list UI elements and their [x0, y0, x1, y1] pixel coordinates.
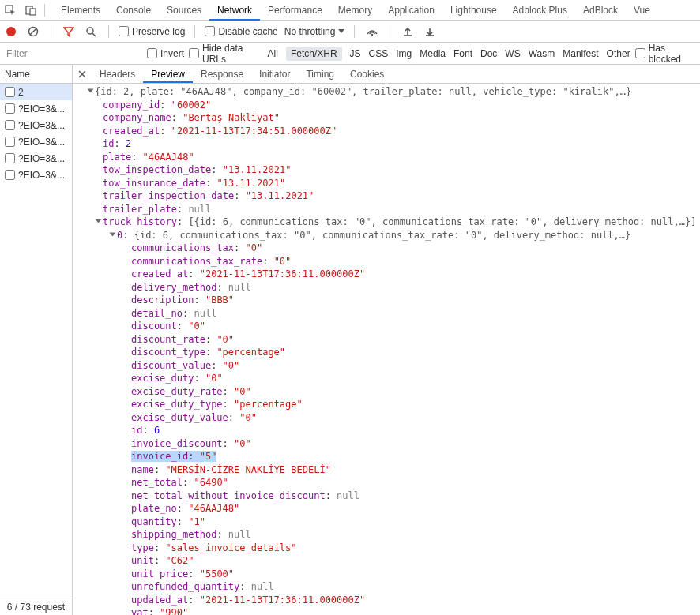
expand-toggle[interactable] — [88, 89, 94, 93]
request-item[interactable]: 2 — [0, 84, 72, 100]
invert-label: Invert — [160, 48, 184, 59]
request-item[interactable]: ?EIO=3&... — [0, 133, 72, 150]
filter-type-fetchxhr[interactable]: Fetch/XHR — [286, 47, 342, 61]
request-checkbox[interactable] — [5, 153, 15, 163]
devtools-top-tabs: ElementsConsoleSourcesNetworkPerformance… — [0, 0, 700, 21]
separator — [194, 25, 195, 38]
detail-tab-headers[interactable]: Headers — [92, 66, 143, 83]
top-tab-performance[interactable]: Performance — [260, 0, 330, 21]
top-tab-vue[interactable]: Vue — [626, 0, 658, 21]
request-list: 2?EIO=3&...?EIO=3&...?EIO=3&...?EIO=3&..… — [0, 84, 72, 598]
request-item[interactable]: ?EIO=3&... — [0, 100, 72, 117]
filter-type-doc[interactable]: Doc — [480, 48, 497, 59]
separator — [108, 25, 109, 38]
filter-bar: Invert Hide data URLs AllFetch/XHRJSCSSI… — [0, 43, 700, 65]
filter-type-wasm[interactable]: Wasm — [529, 48, 555, 59]
upload-har-icon[interactable] — [400, 24, 416, 39]
request-item[interactable]: ?EIO=3&... — [0, 117, 72, 133]
detail-tab-cookies[interactable]: Cookies — [342, 66, 392, 83]
separator — [390, 25, 390, 38]
request-item[interactable]: ?EIO=3&... — [0, 167, 72, 183]
status-bar: 6 / 73 request — [0, 598, 72, 615]
close-icon[interactable] — [73, 65, 92, 84]
detail-tab-initiator[interactable]: Initiator — [251, 66, 298, 83]
filter-input[interactable] — [5, 47, 126, 60]
filter-type-media[interactable]: Media — [420, 48, 446, 59]
throttling-label: No throttling — [284, 26, 336, 37]
has-blocked-checkbox[interactable]: Has blocked — [635, 43, 695, 65]
request-name: ?EIO=3&... — [18, 103, 65, 114]
request-name: ?EIO=3&... — [18, 170, 65, 181]
download-har-icon[interactable] — [422, 24, 438, 39]
disable-cache-checkbox[interactable]: Disable cache — [205, 26, 277, 37]
resource-type-filters: AllFetch/XHRJSCSSImgMediaFontDocWSWasmMa… — [268, 47, 630, 61]
main-area: Name 2?EIO=3&...?EIO=3&...?EIO=3&...?EIO… — [0, 65, 700, 615]
detail-panel: HeadersPreviewResponseInitiatorTimingCoo… — [73, 65, 700, 615]
detail-tabs: HeadersPreviewResponseInitiatorTimingCoo… — [73, 65, 700, 84]
filter-type-other[interactable]: Other — [607, 48, 630, 59]
svg-rect-2 — [30, 9, 36, 15]
request-checkbox[interactable] — [5, 137, 15, 147]
preserve-log-label: Preserve log — [132, 26, 185, 37]
filter-type-css[interactable]: CSS — [369, 48, 389, 59]
hide-data-urls-label: Hide data URLs — [202, 43, 263, 65]
svg-point-5 — [87, 28, 93, 34]
detail-tab-response[interactable]: Response — [193, 66, 251, 83]
svg-point-7 — [371, 33, 373, 35]
device-toggle-icon[interactable] — [21, 0, 41, 21]
filter-type-js[interactable]: JS — [350, 48, 361, 59]
preserve-log-checkbox[interactable]: Preserve log — [119, 26, 185, 37]
has-blocked-label: Has blocked — [649, 43, 695, 65]
request-checkbox[interactable] — [5, 170, 15, 180]
filter-type-font[interactable]: Font — [453, 48, 472, 59]
filter-type-all[interactable]: All — [268, 48, 278, 59]
filter-type-img[interactable]: Img — [396, 48, 412, 59]
inspect-icon[interactable] — [0, 0, 21, 21]
expand-toggle[interactable] — [110, 232, 116, 236]
top-tab-adblock[interactable]: AdBlock — [575, 0, 626, 21]
request-name: ?EIO=3&... — [18, 153, 65, 164]
top-tab-adblock-plus[interactable]: Adblock Plus — [505, 0, 575, 21]
separator — [44, 4, 45, 17]
top-tab-network[interactable]: Network — [209, 0, 260, 21]
request-item[interactable]: ?EIO=3&... — [0, 150, 72, 167]
json-preview[interactable]: {id: 2, plate: "46AAJ48", company_id: "6… — [73, 84, 700, 615]
expand-toggle[interactable] — [96, 219, 102, 223]
filter-toggle-icon[interactable] — [61, 24, 77, 39]
network-toolbar: Preserve log Disable cache No throttling — [0, 21, 700, 43]
search-icon[interactable] — [83, 24, 99, 39]
top-tab-console[interactable]: Console — [108, 0, 159, 21]
detail-tab-preview[interactable]: Preview — [143, 66, 193, 83]
request-checkbox[interactable] — [5, 103, 15, 114]
top-tab-lighthouse[interactable]: Lighthouse — [442, 0, 505, 21]
record-button[interactable] — [3, 24, 19, 39]
top-tab-sources[interactable]: Sources — [159, 0, 209, 21]
invert-checkbox[interactable]: Invert — [147, 48, 184, 59]
request-checkbox[interactable] — [5, 87, 15, 97]
disable-cache-label: Disable cache — [218, 26, 277, 37]
top-tab-application[interactable]: Application — [380, 0, 442, 21]
top-tab-memory[interactable]: Memory — [330, 0, 380, 21]
network-conditions-icon[interactable] — [364, 24, 380, 39]
detail-tab-timing[interactable]: Timing — [298, 66, 342, 83]
request-checkbox[interactable] — [5, 120, 15, 130]
filter-type-ws[interactable]: WS — [505, 48, 520, 59]
request-name: 2 — [18, 87, 24, 98]
chevron-down-icon — [338, 29, 344, 33]
filter-type-manifest[interactable]: Manifest — [563, 48, 598, 59]
request-list-panel: Name 2?EIO=3&...?EIO=3&...?EIO=3&...?EIO… — [0, 65, 73, 615]
top-tab-elements[interactable]: Elements — [53, 0, 108, 21]
request-list-header: Name — [0, 65, 72, 84]
request-name: ?EIO=3&... — [18, 137, 65, 148]
throttling-select[interactable]: No throttling — [284, 26, 345, 37]
separator — [354, 25, 355, 38]
clear-icon[interactable] — [25, 24, 41, 39]
separator — [51, 25, 51, 38]
svg-line-4 — [30, 28, 36, 35]
hide-data-urls-checkbox[interactable]: Hide data URLs — [189, 43, 263, 65]
svg-line-6 — [92, 33, 96, 36]
request-name: ?EIO=3&... — [18, 120, 65, 131]
